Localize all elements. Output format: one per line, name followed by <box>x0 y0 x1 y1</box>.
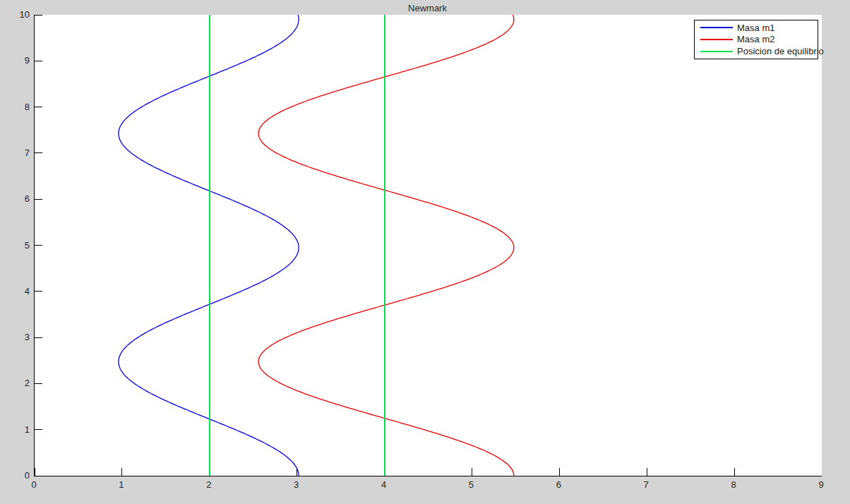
x-tick-label: 4 <box>370 479 398 491</box>
plot-canvas <box>35 15 822 476</box>
y-tick-label: 6 <box>0 193 30 205</box>
legend-line-sample <box>700 39 733 40</box>
legend-label: Masa m2 <box>737 34 774 44</box>
y-tick-label: 2 <box>0 378 30 389</box>
y-tick-label: 10 <box>0 9 30 20</box>
series-curve-masa-m2 <box>258 15 514 476</box>
legend-label: Posicion de equilibrio <box>737 46 824 56</box>
legend-entry: Posicion de equilibrio <box>695 46 818 57</box>
y-tick-label: 5 <box>0 240 30 251</box>
legend-box: Masa m1Masa m2Posicion de equilibrio <box>694 20 818 59</box>
legend-entry: Masa m1 <box>695 22 818 33</box>
x-tick-label: 6 <box>544 479 573 491</box>
x-tick-label: 3 <box>282 479 311 491</box>
x-tick-label: 5 <box>457 479 485 491</box>
x-tick-label: 7 <box>632 479 660 491</box>
y-tick-label: 1 <box>0 424 30 436</box>
x-tick-label: 1 <box>107 479 136 491</box>
y-tick-label: 3 <box>0 332 30 343</box>
legend-line-sample <box>700 51 733 52</box>
legend-line-sample <box>700 27 733 28</box>
x-tick-label: 2 <box>195 479 223 491</box>
y-tick-label: 7 <box>0 148 30 159</box>
plot-title: Newmark <box>34 3 821 13</box>
y-tick-label: 0 <box>0 470 30 481</box>
x-tick-label: 9 <box>807 479 835 491</box>
y-tick-label: 4 <box>0 286 30 297</box>
y-tick-label: 8 <box>0 102 30 113</box>
x-tick-label: 8 <box>719 479 748 491</box>
legend-label: Masa m1 <box>737 23 774 33</box>
series-curve-masa-m1 <box>119 15 299 476</box>
legend-entry: Masa m2 <box>695 34 818 45</box>
plot-area <box>34 15 822 476</box>
y-tick-label: 9 <box>0 55 30 66</box>
matlab-figure-window: Newmark 0123456789 012345678910 Masa m1M… <box>0 0 850 504</box>
